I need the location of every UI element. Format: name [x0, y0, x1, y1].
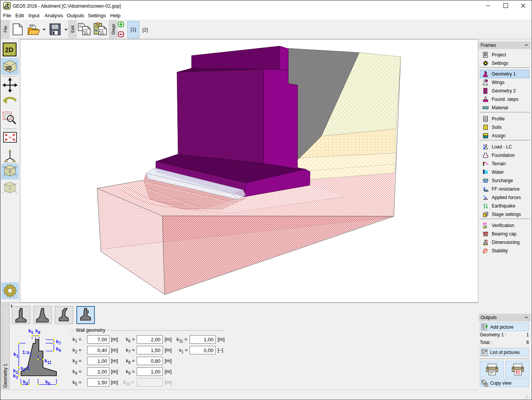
svg-text:k9: k9 — [56, 346, 61, 353]
svg-text:k11: k11 — [45, 358, 51, 365]
svg-text:k4: k4 — [23, 379, 28, 386]
svg-text:k7: k7 — [56, 339, 61, 346]
svg-text:2D: 2D — [5, 46, 13, 54]
svg-text:k8: k8 — [35, 328, 40, 335]
svg-text:2: 2 — [486, 212, 488, 216]
svg-text:3D: 3D — [5, 65, 12, 71]
svg-text:k5: k5 — [28, 328, 33, 335]
svg-text:1:s1: 1:s1 — [22, 349, 32, 356]
svg-text:k1: k1 — [13, 351, 18, 358]
svg-text:k6: k6 — [45, 379, 50, 386]
svg-text:3D: 3D — [8, 136, 12, 139]
